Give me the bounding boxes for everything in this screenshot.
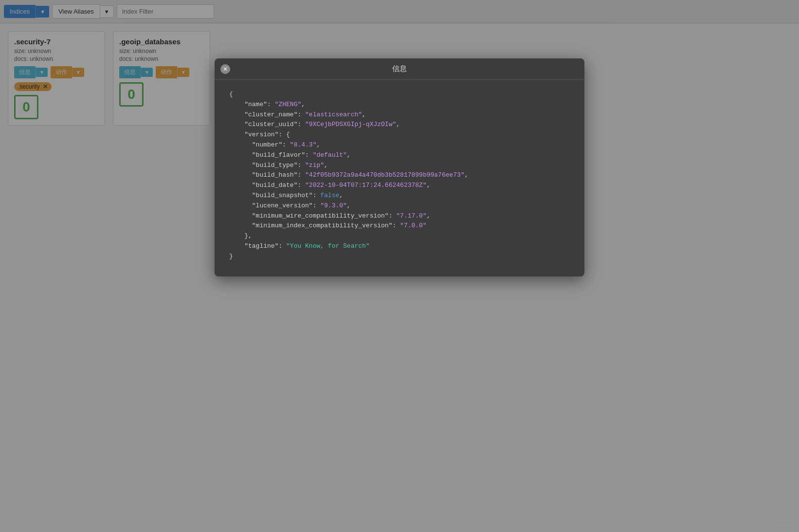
modal-title: 信息 <box>392 64 407 73</box>
info-modal: ✕ 信息 { "name": "ZHENG", "cluster_name": … <box>215 58 584 276</box>
modal-body: { "name": "ZHENG", "cluster_name": "elas… <box>215 80 584 276</box>
modal-close-button[interactable]: ✕ <box>220 64 230 74</box>
modal-overlay: ✕ 信息 { "name": "ZHENG", "cluster_name": … <box>0 0 799 532</box>
watermark: CSDN @蓝盒子itbluebox <box>734 521 793 528</box>
modal-header: ✕ 信息 <box>215 58 584 80</box>
watermark-text: CSDN @蓝盒子itbluebox <box>734 521 793 527</box>
